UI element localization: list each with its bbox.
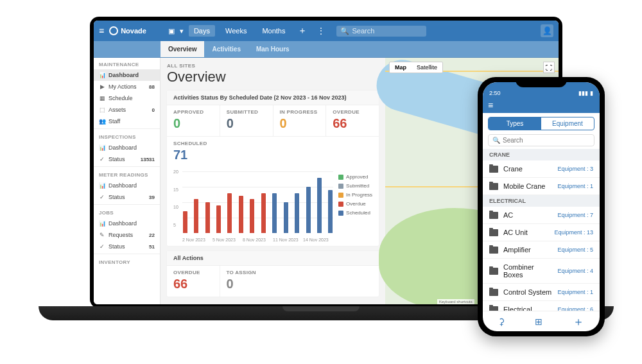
view-weeks[interactable]: Weeks	[220, 25, 252, 37]
kpi-in-progress: IN PROGRESS0	[273, 105, 327, 136]
phone-signal-icon: ▮▮▮ ▮	[578, 90, 593, 96]
sidebar: MAINTENANCE 📊Dashboard ▶My Actions88 ▦Sc…	[94, 58, 160, 304]
layers-icon[interactable]: ▣	[168, 27, 175, 35]
tab-man-hours[interactable]: Man Hours	[248, 41, 297, 57]
brand[interactable]: Novade	[109, 26, 146, 35]
swatch-scheduled-icon	[338, 211, 343, 216]
phone-frame: 2:50 ▮▮▮ ▮ ≡ Types Equipment 🔍 CRANE Cra…	[478, 77, 605, 336]
sidebar-item-assets[interactable]: ⬚Assets0	[94, 104, 160, 116]
sidebar-item-my-actions[interactable]: ▶My Actions88	[94, 81, 160, 92]
map-keyboard-shortcuts[interactable]: Keyboard shortcuts	[437, 299, 474, 304]
kpi-approved: APPROVED0	[167, 105, 220, 136]
content-left: ALL SITES Overview Activities Status By …	[160, 58, 385, 304]
sidebar-item-dashboard[interactable]: 📊Dashboard	[94, 69, 160, 81]
more-icon[interactable]: ⋮	[315, 26, 327, 35]
seg-types[interactable]: Types	[489, 117, 541, 130]
phone-search[interactable]: 🔍	[488, 134, 594, 146]
folder-icon	[489, 247, 498, 254]
section-crane: CRANE	[483, 149, 600, 160]
list-item[interactable]: Combiner BoxesEquipment : 4	[483, 259, 600, 284]
sidebar-item-schedule[interactable]: ▦Schedule	[94, 92, 160, 104]
chart-icon: 📊	[99, 144, 105, 151]
mobile-app: 2:50 ▮▮▮ ▮ ≡ Types Equipment 🔍 CRANE Cra…	[483, 82, 600, 331]
filter-icon[interactable]: ⚳	[498, 316, 505, 327]
user-avatar-icon[interactable]: 👤	[541, 24, 553, 37]
people-icon: 👥	[99, 118, 105, 125]
map-fullscreen-icon[interactable]: ⛶	[543, 62, 555, 73]
section-jobs: JOBS	[94, 206, 160, 218]
legend-overdue: Overdue	[338, 201, 372, 207]
all-sites-label: ALL SITES	[167, 63, 379, 69]
list-item[interactable]: AmplifierEquipment : 5	[483, 241, 600, 259]
kpi-row-1: APPROVED0 SUBMITTED0 IN PROGRESS0 OVERDU…	[167, 105, 379, 136]
folder-icon	[489, 229, 498, 236]
list-item[interactable]: Control SystemEquipment : 1	[483, 284, 600, 301]
chart-legend: Approved Submitted In Progress Overdue S…	[338, 171, 372, 242]
card-activities-status-title: Activities Status By Scheduled Date (2 N…	[167, 91, 379, 105]
play-icon: ▶	[99, 83, 105, 90]
activities-bar-chart: 2 Nov 20235 Nov 20238 Nov 202311 Nov 202…	[173, 171, 333, 242]
folder-icon	[489, 289, 498, 296]
hamburger-icon[interactable]: ≡	[99, 26, 104, 36]
qr-icon[interactable]: ⊞	[535, 316, 542, 327]
map-view-map[interactable]: Map	[390, 62, 412, 73]
list-item[interactable]: AC UnitEquipment : 13	[483, 224, 600, 241]
map-view-toggle: Map Satellite	[389, 62, 443, 73]
phone-topbar: ≡	[483, 98, 600, 113]
box-icon: ⬚	[99, 107, 105, 113]
search-icon: 🔍	[492, 137, 500, 144]
brand-logo-icon	[109, 26, 118, 35]
search-wrap[interactable]: 🔍	[336, 26, 426, 37]
status-icon: ✓	[99, 243, 105, 250]
section-maintenance: MAINTENANCE	[94, 58, 160, 69]
chart-wrap: 2 Nov 20235 Nov 20238 Nov 202311 Nov 202…	[167, 168, 379, 246]
list-item[interactable]: ACEquipment : 7	[483, 207, 600, 224]
section-inspections: INSPECTIONS	[94, 130, 160, 142]
map-view-satellite[interactable]: Satellite	[412, 62, 442, 73]
list-item[interactable]: ElectricalEquipment : 6	[483, 301, 600, 311]
tab-overview[interactable]: Overview	[160, 41, 204, 57]
add-icon[interactable]: ＋	[295, 25, 309, 37]
phone-hamburger-icon[interactable]: ≡	[488, 100, 493, 110]
sidebar-item-insp-status[interactable]: ✓Status13531	[94, 153, 160, 165]
sidebar-item-jobs-requests[interactable]: ✎Requests22	[94, 229, 160, 241]
view-days[interactable]: Days	[189, 25, 215, 37]
view-months[interactable]: Months	[257, 25, 290, 37]
brand-name: Novade	[121, 27, 146, 35]
filter-icon[interactable]: ▾	[180, 27, 184, 35]
swatch-submitted-icon	[338, 184, 343, 189]
chart-icon: 📊	[99, 220, 105, 227]
folder-icon	[489, 166, 498, 173]
phone-time: 2:50	[489, 90, 501, 96]
seg-equipment[interactable]: Equipment	[541, 117, 594, 130]
list-item[interactable]: CraneEquipment : 3	[483, 160, 600, 178]
chart-icon: 📊	[99, 72, 105, 78]
sidebar-item-jobs-status[interactable]: ✓Status51	[94, 241, 160, 252]
segmented-control: Types Equipment	[488, 117, 594, 130]
sidebar-item-staff[interactable]: 👥Staff	[94, 116, 160, 127]
kpi-overdue: OVERDUE66	[326, 105, 379, 136]
search-input[interactable]	[352, 27, 422, 35]
section-inventory: INVENTORY	[94, 256, 160, 267]
sidebar-item-jobs-dashboard[interactable]: 📊Dashboard	[94, 218, 160, 229]
add-icon[interactable]: ＋	[573, 314, 584, 329]
sidebar-item-meter-status[interactable]: ✓Status39	[94, 191, 160, 203]
swatch-in-progress-icon	[338, 193, 343, 198]
list-item[interactable]: Mobile CraneEquipment : 1	[483, 178, 600, 195]
tabs-bar: Overview Activities Man Hours	[94, 41, 559, 58]
sidebar-item-meter-dashboard[interactable]: 📊Dashboard	[94, 180, 160, 191]
status-icon: ✓	[99, 156, 105, 162]
phone-list[interactable]: CRANE CraneEquipment : 3 Mobile CraneEqu…	[483, 149, 600, 311]
swatch-approved-icon	[338, 175, 343, 180]
phone-bottom-bar: ⚳ ⊞ ＋	[483, 311, 600, 331]
legend-approved: Approved	[338, 174, 372, 180]
legend-in-progress: In Progress	[338, 192, 372, 198]
tab-activities[interactable]: Activities	[204, 41, 248, 57]
sidebar-item-insp-dashboard[interactable]: 📊Dashboard	[94, 142, 160, 153]
legend-scheduled: Scheduled	[338, 210, 372, 216]
folder-icon	[489, 268, 498, 275]
card-activities-status: Activities Status By Scheduled Date (2 N…	[167, 91, 379, 246]
phone-search-input[interactable]	[503, 137, 590, 144]
topbar: ≡ Novade ▣ ▾ Days Weeks Months ＋ ⋮ 🔍 👤	[94, 21, 559, 41]
status-icon: ✓	[99, 194, 105, 200]
